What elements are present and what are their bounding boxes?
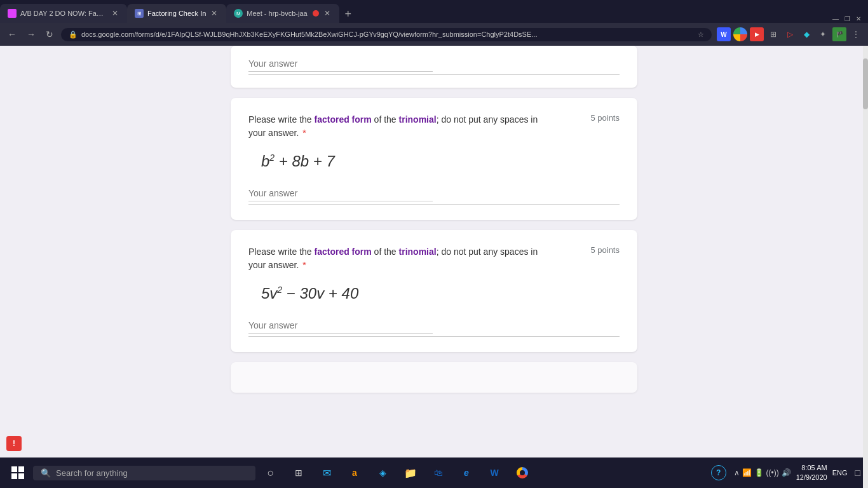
address-bar[interactable]: 🔒 docs.google.com/forms/d/e/1FAlpQLSf-WJ…: [61, 28, 712, 41]
taskbar: 🔍 Search for anything ○ ⊞ ✉ a ◈ 📁 🛍 e W …: [0, 458, 868, 488]
points-label-1: 5 points: [590, 113, 620, 123]
battery-icon[interactable]: 🔋: [754, 468, 764, 477]
form-container: Please write the factored form of the tr…: [231, 46, 637, 458]
taskbar-edge[interactable]: e: [454, 460, 479, 485]
tab-favicon-2: ⊞: [135, 9, 144, 18]
minimize-button[interactable]: —: [831, 14, 840, 23]
tab-favicon-3: M: [234, 9, 243, 18]
ext-icon-6[interactable]: 🏴: [832, 27, 846, 41]
forward-button[interactable]: →: [24, 28, 38, 41]
question-header-2: Please write the factored form of the tr…: [248, 245, 620, 272]
answer-input-top: [248, 56, 620, 75]
start-button[interactable]: [5, 460, 31, 485]
page-content: Please write the factored form of the tr…: [0, 46, 868, 458]
recording-indicator: [313, 10, 319, 17]
windows-icon: [11, 466, 24, 479]
taskbar-cortana[interactable]: ○: [258, 460, 283, 485]
search-bar-placeholder: Search for anything: [56, 468, 128, 478]
scroll-indicator[interactable]: [863, 46, 868, 488]
math1-rest: + 8b + 7: [275, 152, 335, 170]
answer-container-2: [248, 318, 620, 337]
language-indicator[interactable]: ENG: [832, 469, 848, 477]
taskbar-chrome[interactable]: [510, 460, 535, 485]
math-display-2: 5v2 − 30v + 40: [261, 285, 620, 302]
notification-button[interactable]: □: [853, 465, 863, 480]
points-label-2: 5 points: [590, 245, 620, 255]
maximize-button[interactable]: ❐: [843, 14, 851, 23]
tab-close-2[interactable]: ✕: [210, 9, 219, 18]
taskbar-word[interactable]: W: [482, 460, 507, 485]
question-text2-mid1: of the: [372, 247, 399, 257]
bookmark-star[interactable]: ☆: [698, 30, 704, 39]
math2-base: 5v: [261, 285, 277, 302]
scroll-thumb[interactable]: [863, 58, 868, 109]
ext-icon-2[interactable]: ⊞: [766, 27, 780, 41]
question-header-1: Please write the factored form of the tr…: [248, 113, 620, 140]
wifi-icon[interactable]: ((•)): [766, 468, 779, 477]
clock-date: 12/9/2020: [796, 473, 827, 482]
clock[interactable]: 8:05 AM 12/9/2020: [796, 463, 827, 483]
answer-container-1: [248, 186, 620, 205]
toolbar-icons: W ▶ ⊞ ▷ ◆ ✦ 🏴 ⋮: [717, 27, 863, 41]
math1-base: b: [261, 152, 269, 170]
sound-icon[interactable]: 🔊: [782, 468, 791, 477]
question-text-mid1: of the: [372, 114, 399, 125]
taskbar-amazon[interactable]: a: [342, 460, 367, 485]
taskbar-help[interactable]: ?: [711, 465, 726, 480]
tab-label-1: A/B DAY 2 DO NOW: Factoring C: [20, 10, 107, 17]
math2-exponent: 2: [277, 285, 282, 295]
required-star-2: *: [300, 260, 306, 270]
taskbar-files[interactable]: 📁: [398, 460, 423, 485]
reload-button[interactable]: ↻: [43, 28, 56, 41]
browser-chrome: A/B DAY 2 DO NOW: Factoring C ✕ ⊞ Factor…: [0, 0, 868, 46]
address-bar-row: ← → ↻ 🔒 docs.google.com/forms/d/e/1FAlpQ…: [0, 23, 868, 46]
ext-icon-5[interactable]: ✦: [816, 27, 830, 41]
new-tab-button[interactable]: +: [339, 5, 357, 23]
ext-icon-1[interactable]: ▶: [750, 27, 764, 41]
network-icon[interactable]: 📶: [742, 468, 752, 477]
tab-close-1[interactable]: ✕: [111, 9, 119, 18]
taskbar-search[interactable]: 🔍 Search for anything: [33, 466, 255, 480]
close-button[interactable]: ✕: [854, 14, 863, 23]
tab-meet[interactable]: M Meet - hrp-bvcb-jaa ✕: [226, 4, 339, 23]
question-text-2: Please write the factored form of the tr…: [248, 245, 590, 272]
answer-field-1[interactable]: [248, 186, 433, 201]
question-text-prefix: Please write the: [248, 114, 315, 125]
taskbar-store[interactable]: 🛍: [426, 460, 451, 485]
tab-label-3: Meet - hrp-bvcb-jaa: [247, 10, 307, 17]
card-top: [231, 46, 637, 88]
required-star-1: *: [300, 128, 306, 138]
tab-close-3[interactable]: ✕: [323, 9, 332, 18]
answer-field-top[interactable]: [248, 56, 433, 72]
math1-exponent: 2: [269, 152, 275, 163]
tab-favicon-1: [8, 9, 17, 18]
extensions-icon[interactable]: W: [717, 27, 731, 41]
tab-ab-day[interactable]: A/B DAY 2 DO NOW: Factoring C ✕: [0, 4, 127, 23]
menu-icon[interactable]: ⋮: [849, 27, 863, 41]
system-tray: ∧ 📶 🔋 ((•)) 🔊 8:05 AM 12/9/2020 ENG □: [729, 463, 863, 483]
question-text-1: Please write the factored form of the tr…: [248, 113, 590, 140]
taskbar-dropbox[interactable]: ◈: [370, 460, 395, 485]
taskbar-mail[interactable]: ✉: [314, 460, 339, 485]
math-display-1: b2 + 8b + 7: [261, 152, 620, 170]
search-icon: 🔍: [41, 468, 51, 478]
google-icon[interactable]: [733, 27, 747, 41]
tab-label-2: Factoring Check In: [147, 10, 206, 17]
lock-icon: 🔒: [69, 30, 78, 39]
trinomial-highlight: trinomial: [399, 114, 437, 125]
ext-icon-4[interactable]: ◆: [799, 27, 813, 41]
ext-icon-3[interactable]: ▷: [783, 27, 797, 41]
tab-bar: A/B DAY 2 DO NOW: Factoring C ✕ ⊞ Factor…: [0, 0, 868, 23]
factored-form-highlight-2: factored form: [315, 247, 372, 257]
taskbar-taskview[interactable]: ⊞: [286, 460, 311, 485]
card-5v2: Please write the factored form of the tr…: [231, 230, 637, 352]
error-badge[interactable]: !: [6, 436, 22, 451]
address-text: docs.google.com/forms/d/e/1FAlpQLSf-WJLB…: [81, 30, 537, 38]
back-button[interactable]: ←: [5, 28, 19, 41]
math2-rest: − 30v + 40: [282, 285, 358, 302]
answer-field-2[interactable]: [248, 318, 433, 334]
card-b2: Please write the factored form of the tr…: [231, 98, 637, 220]
question-text2-prefix: Please write the: [248, 247, 315, 257]
tab-factoring-check[interactable]: ⊞ Factoring Check In ✕: [127, 4, 226, 23]
chevron-up-icon[interactable]: ∧: [734, 468, 740, 477]
